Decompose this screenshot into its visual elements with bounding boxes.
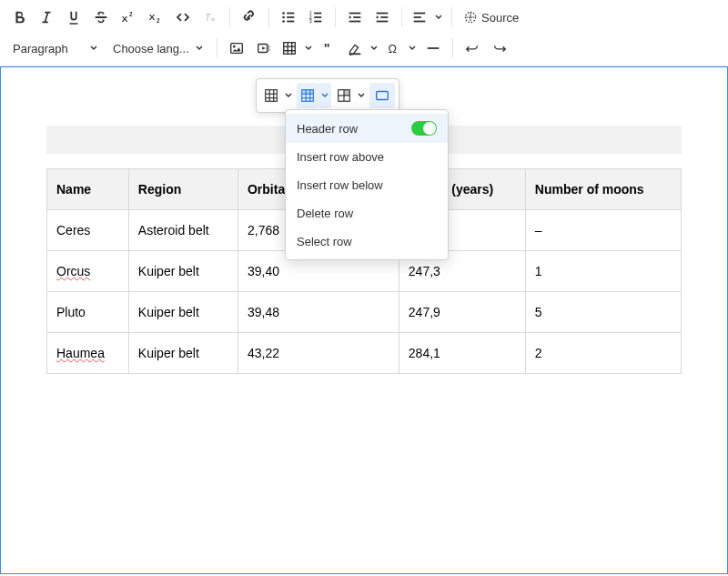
table-cell[interactable]: Kuiper belt <box>128 333 238 374</box>
align-button[interactable] <box>408 4 431 31</box>
table-row-dropdown[interactable] <box>318 83 331 108</box>
table-dropdown[interactable] <box>301 35 316 62</box>
menu-label: Insert row below <box>297 178 383 192</box>
special-char-button[interactable]: Ω <box>381 35 405 62</box>
horizontal-line-button[interactable] <box>420 35 447 62</box>
blockquote-button[interactable]: " <box>316 35 343 62</box>
language-label: Choose lang... <box>113 42 189 56</box>
table-header[interactable]: Number of moons <box>525 169 681 210</box>
table-cell[interactable]: 5 <box>525 292 681 333</box>
menu-label: Delete row <box>297 207 353 220</box>
heading-label: Paragraph <box>13 42 68 56</box>
special-char-dropdown[interactable] <box>405 35 420 62</box>
svg-rect-23 <box>377 21 389 23</box>
image-button[interactable] <box>223 35 250 62</box>
editor-area[interactable]: Dwarf planets Name Region Orbital radius… <box>0 66 728 574</box>
strikethrough-button[interactable] <box>87 4 115 31</box>
toggle-on-icon[interactable] <box>411 121 437 136</box>
table-cell[interactable]: Ceres <box>47 210 129 251</box>
source-button[interactable]: Source <box>458 4 524 31</box>
separator <box>268 7 269 27</box>
table-cell[interactable]: Pluto <box>47 292 129 333</box>
svg-rect-9 <box>287 16 294 18</box>
bold-button[interactable] <box>5 4 33 31</box>
merge-cells-button[interactable] <box>333 83 355 108</box>
table-header[interactable]: Region <box>128 169 238 210</box>
table-cell[interactable]: Kuiper belt <box>128 251 238 292</box>
outdent-button[interactable] <box>341 4 369 31</box>
table-cell[interactable]: 284,1 <box>399 333 525 374</box>
italic-button[interactable] <box>33 4 60 31</box>
menu-label: Insert row above <box>297 150 384 164</box>
svg-text:3: 3 <box>309 18 312 24</box>
source-label: Source <box>481 11 519 25</box>
table-properties-button[interactable] <box>369 83 395 108</box>
insert-table-button[interactable] <box>278 35 301 62</box>
menu-label: Header row <box>297 122 358 136</box>
svg-rect-22 <box>380 16 388 18</box>
insert-row-above-item[interactable]: Insert row above <box>286 143 448 171</box>
cell-text: Haumea <box>56 346 105 360</box>
insert-row-below-item[interactable]: Insert row below <box>286 171 448 199</box>
redo-button[interactable] <box>486 35 513 62</box>
svg-text:Ω: Ω <box>388 43 396 56</box>
table-cell[interactable]: Kuiper belt <box>128 292 238 333</box>
table-cell[interactable]: Haumea <box>47 333 129 374</box>
svg-rect-18 <box>349 13 361 15</box>
undo-button[interactable] <box>459 35 486 62</box>
table-cell[interactable]: 39,48 <box>238 292 399 333</box>
svg-rect-55 <box>377 92 389 100</box>
delete-row-item[interactable]: Delete row <box>286 199 448 227</box>
table-cell[interactable]: Asteroid belt <box>128 210 238 251</box>
align-dropdown[interactable] <box>431 4 446 31</box>
superscript-button[interactable]: X2 <box>115 4 142 31</box>
svg-text:2: 2 <box>129 11 133 17</box>
highlight-button[interactable] <box>343 35 367 62</box>
table-header[interactable]: Name <box>47 169 129 210</box>
table-contextual-toolbar <box>256 78 399 113</box>
svg-text:2: 2 <box>157 17 160 24</box>
svg-rect-54 <box>344 90 349 96</box>
svg-rect-15 <box>314 16 321 18</box>
merge-cells-dropdown[interactable] <box>355 83 368 108</box>
table-cell[interactable]: 247,9 <box>399 292 525 333</box>
cell-text: Orcus <box>56 264 90 278</box>
svg-rect-46 <box>302 90 314 95</box>
media-button[interactable] <box>250 35 278 62</box>
table-row-button[interactable] <box>297 83 318 108</box>
svg-rect-37 <box>349 53 361 55</box>
table-cell[interactable]: 2 <box>525 333 681 374</box>
separator <box>401 7 402 27</box>
header-row-toggle-item[interactable]: Header row <box>286 114 448 143</box>
svg-rect-11 <box>287 21 294 23</box>
bulleted-list-button[interactable] <box>275 4 302 31</box>
table-column-button[interactable] <box>260 83 282 108</box>
table-split <box>278 35 316 62</box>
heading-dropdown[interactable]: Paragraph <box>5 35 106 62</box>
highlight-dropdown[interactable] <box>367 35 381 62</box>
subscript-button[interactable]: X2 <box>142 4 169 31</box>
table-cell[interactable]: 43,22 <box>238 333 399 374</box>
svg-rect-20 <box>349 21 361 23</box>
numbered-list-button[interactable]: 123 <box>302 4 329 31</box>
svg-text:": " <box>324 41 330 56</box>
svg-point-10 <box>282 20 285 23</box>
table-column-dropdown[interactable] <box>282 83 295 108</box>
table-cell[interactable]: Orcus <box>47 251 129 292</box>
svg-text:X: X <box>149 12 156 22</box>
remove-format-button[interactable]: T✕ <box>197 4 224 31</box>
separator <box>229 7 230 27</box>
svg-rect-24 <box>414 13 426 15</box>
separator <box>451 7 452 27</box>
separator <box>452 38 453 58</box>
table-cell[interactable]: – <box>525 210 681 251</box>
svg-rect-26 <box>414 21 426 23</box>
indent-button[interactable] <box>369 4 396 31</box>
code-button[interactable] <box>169 4 197 31</box>
language-dropdown[interactable]: Choose lang... <box>106 35 211 62</box>
select-row-item[interactable]: Select row <box>286 227 448 256</box>
link-button[interactable] <box>236 4 263 31</box>
table-row: Haumea Kuiper belt 43,22 284,1 2 <box>47 333 682 374</box>
table-cell[interactable]: 1 <box>525 251 681 292</box>
underline-button[interactable] <box>60 4 87 31</box>
